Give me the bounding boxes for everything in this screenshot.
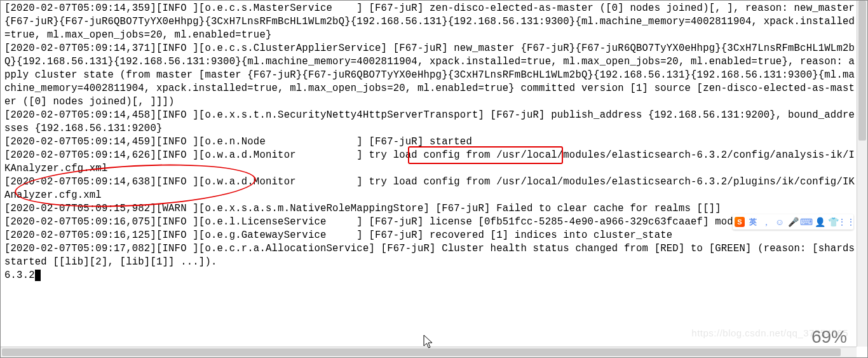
ime-toolbar[interactable]: S 英 ， ☺ 🎤 ⌨ 👤 👕 ⋮⋮ — [733, 214, 853, 230]
terminal-window: [2020-02-07T05:09:14,359][INFO ][o.e.c.s… — [0, 0, 868, 358]
log-line: [2020-02-07T05:09:14,638][INFO ][o.w.a.d… — [4, 176, 855, 201]
prompt-version: 6.3.2 — [4, 270, 35, 281]
cursor-block — [35, 270, 41, 281]
horizontal-scrollbar[interactable] — [1, 347, 857, 357]
ime-user-icon[interactable]: 👤 — [815, 217, 825, 227]
log-line: [2020-02-07T05:09:15,982][WARN ][o.e.x.s… — [4, 203, 721, 214]
ime-voice-icon[interactable]: 🎤 — [788, 217, 798, 227]
ime-keyboard-icon[interactable]: ⌨ — [801, 217, 811, 227]
vertical-scrollbar[interactable] — [857, 1, 867, 347]
log-line: [2020-02-07T05:09:14,359][INFO ][o.e.c.s… — [4, 3, 861, 41]
log-line: [2020-02-07T05:09:14,459][INFO ][o.e.n.N… — [4, 136, 472, 148]
log-line: [2020-02-07T05:09:14,458][INFO ][o.e.x.s… — [4, 109, 855, 134]
ime-menu-icon[interactable]: ⋮⋮ — [841, 217, 851, 227]
log-line: [2020-02-07T05:09:14,371][INFO ][o.e.c.s… — [4, 43, 855, 107]
ime-punct-icon[interactable]: ， — [761, 217, 771, 227]
sogou-logo-icon[interactable]: S — [735, 217, 745, 227]
terminal-output[interactable]: [2020-02-07T05:09:14,359][INFO ][o.e.c.s… — [4, 2, 856, 346]
ime-skin-icon[interactable]: 👕 — [828, 217, 838, 227]
vertical-scroll-thumb[interactable] — [858, 1, 866, 141]
log-line: [2020-02-07T05:09:14,626][INFO ][o.w.a.d… — [4, 149, 855, 174]
log-line: [2020-02-07T05:09:16,075][INFO ][o.e.l.L… — [4, 216, 836, 228]
log-line: [2020-02-07T05:09:17,082][INFO ][o.e.c.r… — [4, 243, 861, 268]
ime-lang-toggle[interactable]: 英 — [748, 217, 758, 227]
horizontal-scroll-thumb[interactable] — [2, 348, 841, 356]
log-line: [2020-02-07T05:09:16,125][INFO ][o.e.g.G… — [4, 230, 672, 241]
ime-emoji-icon[interactable]: ☺ — [775, 217, 785, 227]
